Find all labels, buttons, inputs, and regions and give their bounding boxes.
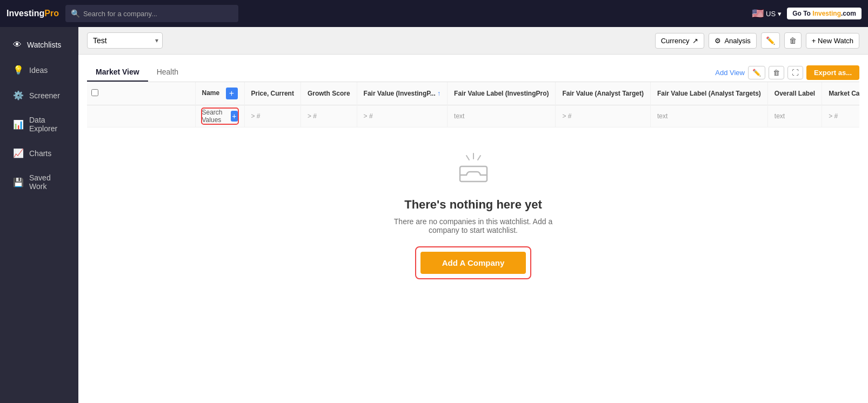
th-fair-value-label-ip: Fair Value Label (InvestingPro) — [448, 82, 556, 105]
logo: InvestingPro — [6, 9, 59, 18]
watchlist-select-wrapper: Test — [87, 32, 163, 49]
analysis-label: Analysis — [724, 37, 750, 45]
logo-pro: Pro — [44, 9, 59, 18]
table-header-row: Name + Price, Current Growth Score Fair … — [87, 82, 859, 105]
tab-label: Health — [157, 68, 178, 76]
logo-invest: Investing — [6, 9, 44, 18]
sidebar-item-charts[interactable]: 📈 Charts — [3, 142, 75, 165]
th-overall-label: Overall Label — [767, 82, 822, 105]
th-checkbox — [87, 82, 195, 105]
sidebar-item-screener[interactable]: ⚙️ Screener — [3, 84, 75, 107]
empty-state: There's nothing here yet There are no co… — [87, 127, 859, 300]
new-watch-button[interactable]: + New Watch — [806, 33, 859, 49]
toolbar: Test Currency ↗ ⚙ Analysis ✏️ 🗑 + New Wa… — [78, 27, 868, 55]
sidebar-item-watchlists[interactable]: 👁 Watchlists — [3, 33, 75, 56]
watchlist-select[interactable]: Test — [87, 32, 163, 49]
add-view-link[interactable]: Add View — [715, 69, 745, 77]
tabs-actions: Add View ✏️ 🗑 ⛶ Export as... — [715, 65, 859, 80]
add-company-button[interactable]: Add A Company — [420, 252, 526, 274]
empty-inbox-icon — [455, 149, 492, 189]
chevron-down-icon: ▾ — [778, 10, 782, 18]
sidebar-item-ideas[interactable]: 💡 Ideas — [3, 58, 75, 82]
export-button[interactable]: Export as... — [806, 65, 859, 80]
gear-icon: ⚙ — [715, 37, 721, 45]
search-placeholder: Search for a company... — [83, 10, 157, 18]
filter-add-button[interactable]: + — [231, 111, 237, 122]
currency-button[interactable]: Currency ↗ — [655, 33, 705, 49]
filter-overall-label-cell[interactable]: text — [767, 105, 822, 127]
data-explorer-icon: 📊 — [13, 119, 24, 130]
watchlist-table: Name + Price, Current Growth Score Fair … — [87, 82, 859, 127]
filter-row: Search Values + > # > # > # text > # tex… — [87, 105, 859, 127]
filter-growth-cell[interactable]: > # — [301, 105, 357, 127]
goto-tld: .com — [841, 10, 856, 17]
empty-title: There's nothing here yet — [404, 198, 542, 212]
sidebar-item-label: Ideas — [29, 66, 48, 75]
toolbar-right: Currency ↗ ⚙ Analysis ✏️ 🗑 + New Watch — [655, 32, 859, 49]
th-market-cap: Market Cap — [822, 82, 859, 105]
th-fair-value-analyst: Fair Value (Analyst Target) — [556, 82, 651, 105]
sidebar-item-saved-work[interactable]: 💾 Saved Work — [3, 167, 75, 197]
main-content: Test Currency ↗ ⚙ Analysis ✏️ 🗑 + New Wa… — [78, 27, 868, 403]
table-wrapper: Name + Price, Current Growth Score Fair … — [87, 82, 859, 403]
search-values-wrapper: Search Values + — [202, 109, 238, 124]
add-column-button[interactable]: + — [226, 88, 238, 99]
delete-button[interactable]: 🗑 — [784, 32, 802, 49]
svg-line-3 — [478, 156, 480, 160]
layout: 👁 Watchlists 💡 Ideas ⚙️ Screener 📊 Data … — [0, 27, 868, 403]
edit-button[interactable]: ✏️ — [761, 32, 780, 49]
filter-market-cap-cell[interactable]: > # — [822, 105, 859, 127]
sidebar-item-label: Watchlists — [27, 41, 61, 49]
sidebar: 👁 Watchlists 💡 Ideas ⚙️ Screener 📊 Data … — [0, 27, 78, 403]
filter-fair-value-analyst-cell[interactable]: > # — [556, 105, 651, 127]
goto-investing-button[interactable]: Go To Investing.com — [787, 8, 862, 19]
tab-market-view[interactable]: Market View — [87, 63, 148, 82]
nav-right: 🇺🇸 US ▾ Go To Investing.com — [752, 8, 862, 19]
screener-icon: ⚙️ — [13, 90, 24, 100]
tab-edit-button[interactable]: ✏️ — [748, 66, 765, 79]
analysis-button[interactable]: ⚙ Analysis — [709, 33, 756, 49]
filter-fair-value-label-ip-cell[interactable]: text — [448, 105, 556, 127]
filter-checkbox-cell — [87, 105, 195, 127]
sidebar-item-label: Saved Work — [29, 173, 65, 191]
empty-description: There are no companies in this watchlist… — [392, 217, 555, 234]
filter-fair-value-label-analyst-cell[interactable]: text — [650, 105, 767, 127]
flag-icon: 🇺🇸 — [752, 8, 764, 19]
charts-icon: 📈 — [13, 148, 24, 158]
saved-work-icon: 💾 — [13, 177, 24, 187]
trend-icon: ↗ — [692, 37, 698, 45]
topnav: InvestingPro 🔍 Search for a company... 🇺… — [0, 0, 868, 27]
th-fair-value-ip: Fair Value (InvestingP... ↑ — [357, 82, 448, 105]
filter-name-cell: Search Values + — [195, 105, 244, 127]
tab-delete-button[interactable]: 🗑 — [769, 66, 784, 79]
watchlists-icon: 👁 — [13, 40, 22, 50]
sidebar-item-label: Screener — [29, 91, 60, 100]
tab-health[interactable]: Health — [148, 63, 187, 82]
sidebar-item-label: Data Explorer — [29, 116, 65, 133]
region-label: US — [766, 10, 776, 18]
tab-expand-button[interactable]: ⛶ — [787, 66, 803, 79]
th-name: Name + — [195, 82, 244, 105]
new-watch-label: + New Watch — [812, 37, 853, 45]
filter-fair-value-ip-cell[interactable]: > # — [357, 105, 448, 127]
content-area: Market View Health Add View ✏️ 🗑 ⛶ Expor… — [78, 55, 868, 403]
sidebar-item-data-explorer[interactable]: 📊 Data Explorer — [3, 109, 75, 139]
search-bar[interactable]: 🔍 Search for a company... — [65, 5, 238, 22]
ideas-icon: 💡 — [13, 65, 24, 75]
select-all-checkbox[interactable] — [91, 89, 98, 96]
tab-label: Market View — [96, 68, 139, 76]
region-button[interactable]: 🇺🇸 US ▾ — [752, 8, 782, 19]
th-fair-value-label-analyst: Fair Value Label (Analyst Targets) — [650, 82, 767, 105]
svg-rect-0 — [460, 166, 487, 182]
tabs-row: Market View Health Add View ✏️ 🗑 ⛶ Expor… — [87, 63, 859, 82]
svg-line-2 — [466, 156, 469, 160]
search-icon: 🔍 — [71, 9, 80, 18]
th-price: Price, Current — [244, 82, 301, 105]
filter-price-cell[interactable]: > # — [244, 105, 301, 127]
th-growth: Growth Score — [301, 82, 357, 105]
goto-site-name: Investing — [812, 10, 841, 17]
filter-search-label: Search Values — [202, 109, 228, 124]
currency-label: Currency — [661, 37, 690, 45]
sidebar-item-label: Charts — [29, 149, 51, 158]
add-company-button-wrapper: Add A Company — [416, 247, 531, 278]
